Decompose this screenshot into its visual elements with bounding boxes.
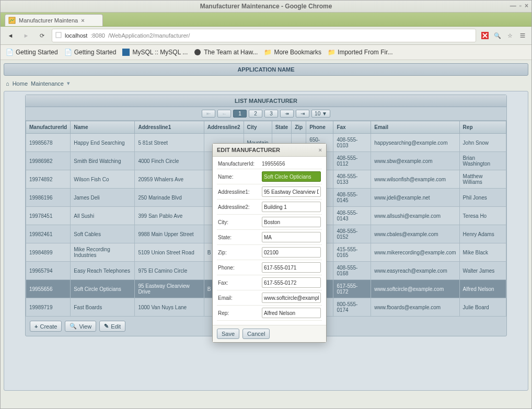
- table-cell: 19978451: [26, 207, 71, 225]
- edit-manufacturer-dialog: EDIT MANUFACTURER × ManufacturerId:19955…: [212, 143, 327, 343]
- doc-icon: 📄: [64, 49, 72, 56]
- adblock-icon[interactable]: [480, 31, 490, 40]
- bookmark-item[interactable]: 📁Imported From Fir...: [328, 49, 392, 56]
- table-cell: 20959 Whalers Ave: [135, 170, 204, 189]
- cancel-button[interactable]: Cancel: [242, 329, 270, 339]
- table-cell: Fast Boards: [71, 298, 135, 317]
- url-host: localhost: [65, 32, 87, 39]
- mysql-icon: [122, 49, 130, 56]
- bookmark-item[interactable]: The Team at Haw...: [194, 49, 258, 56]
- save-button[interactable]: Save: [217, 329, 239, 339]
- table-cell: 19965794: [26, 262, 71, 280]
- bookmark-item[interactable]: 📄Getting Started: [6, 49, 58, 56]
- address-bar[interactable]: localhost:8080/WebApplication2/manufactu…: [52, 29, 476, 42]
- label-rep: Rep:: [217, 306, 261, 321]
- label-a1: Addressline1:: [217, 184, 261, 200]
- table-cell: www.fboards@example.com: [371, 298, 459, 317]
- edit-button[interactable]: ✎Edit: [99, 321, 125, 332]
- rep-field[interactable]: [262, 308, 321, 318]
- pager: ⇤ ← 1 2 3 ↠ ⇥ 10 ▼: [26, 107, 506, 121]
- home-icon[interactable]: ⌂: [6, 80, 9, 87]
- fax-field[interactable]: [262, 277, 321, 288]
- table-cell: www.allsushi@example.com: [371, 207, 459, 225]
- bookmark-item[interactable]: MySQL :: MySQL ...: [122, 49, 188, 56]
- table-cell: Julie Board: [459, 298, 506, 317]
- table-cell: 415-555-0165: [333, 243, 371, 262]
- column-header[interactable]: City: [244, 121, 272, 134]
- breadcrumb-home[interactable]: Home: [13, 80, 28, 87]
- table-cell: Mike Recording Industries: [71, 243, 135, 262]
- value-id: 19955656: [261, 159, 322, 169]
- email-field[interactable]: [262, 293, 321, 303]
- table-cell: 408-555-0152: [333, 225, 371, 243]
- table-cell: 19989719: [26, 298, 71, 317]
- table-cell: Soft Cables: [71, 225, 135, 243]
- table-cell: Phil Jones: [459, 189, 506, 207]
- table-cell: Smith Bird Watching: [71, 152, 135, 170]
- folder-icon: 📁: [328, 49, 335, 56]
- chrome-menu-icon[interactable]: ≡: [518, 31, 527, 40]
- name-field[interactable]: [262, 171, 321, 182]
- column-header[interactable]: Addressline2: [204, 121, 244, 134]
- column-header[interactable]: Email: [371, 121, 459, 134]
- column-header[interactable]: Zip: [292, 121, 306, 134]
- maximize-icon[interactable]: ▫: [519, 2, 522, 9]
- phone-field[interactable]: [262, 262, 321, 273]
- addressline1-field[interactable]: [262, 186, 321, 197]
- column-header[interactable]: Fax: [333, 121, 371, 134]
- addressline2-field[interactable]: [262, 202, 321, 212]
- bookmark-item[interactable]: 📁More Bookmarks: [264, 49, 321, 56]
- table-cell: 408-555-0145: [333, 189, 371, 207]
- column-header[interactable]: ManufacturerId: [26, 121, 71, 134]
- label-name: Name:: [217, 169, 261, 184]
- pager-page-2[interactable]: 2: [249, 110, 262, 118]
- create-button[interactable]: +Create: [30, 321, 62, 332]
- dialog-close-icon[interactable]: ×: [319, 147, 322, 153]
- table-cell: 4000 Finch Circle: [135, 152, 204, 170]
- bookmarks-bar: 📄Getting Started 📄Getting Started MySQL …: [1, 45, 531, 60]
- page-icon: [8, 17, 16, 24]
- label-a2: Addressline2:: [217, 200, 261, 215]
- back-button[interactable]: ◄: [5, 30, 16, 41]
- pager-prev[interactable]: ←: [217, 110, 231, 118]
- reload-button[interactable]: ⟳: [36, 30, 48, 41]
- table-cell: 19984899: [26, 243, 71, 262]
- forward-button[interactable]: ►: [20, 30, 32, 41]
- tab-close-icon[interactable]: ×: [81, 17, 84, 24]
- browser-tabstrip: Manufacturer Maintena ×: [1, 13, 531, 27]
- svg-rect-3: [122, 49, 130, 56]
- zoom-icon[interactable]: 🔍: [493, 31, 502, 40]
- pager-page-3[interactable]: 3: [264, 110, 278, 118]
- table-cell: 19986196: [26, 189, 71, 207]
- bookmark-item[interactable]: 📄Getting Started: [64, 49, 117, 56]
- zip-field[interactable]: [262, 247, 321, 258]
- view-button[interactable]: 🔍View: [65, 321, 96, 332]
- column-header[interactable]: Rep: [459, 121, 506, 134]
- label-fax: Fax:: [217, 275, 261, 290]
- table-cell: 617-555-0172: [333, 280, 371, 298]
- label-state: State:: [217, 230, 261, 245]
- column-header[interactable]: State: [272, 121, 291, 134]
- state-field[interactable]: [262, 232, 321, 242]
- breadcrumb-maintenance[interactable]: Maintenance: [31, 80, 64, 87]
- bookmark-star-icon[interactable]: ☆: [505, 31, 515, 40]
- url-path: /WebApplication2/manufacturer/: [108, 32, 190, 39]
- column-header[interactable]: Name: [71, 121, 135, 134]
- table-cell: 19955656: [26, 280, 71, 298]
- pager-next[interactable]: ↠: [280, 110, 294, 118]
- label-email: Email:: [217, 290, 261, 306]
- close-window-icon[interactable]: ×: [525, 2, 528, 9]
- pager-last[interactable]: ⇥: [296, 110, 309, 118]
- table-cell: 19985678: [26, 134, 71, 152]
- column-header[interactable]: Addressline1: [135, 121, 204, 134]
- team-icon: [194, 49, 201, 56]
- city-field[interactable]: [262, 217, 321, 227]
- pager-size[interactable]: 10 ▼: [311, 110, 330, 118]
- table-cell: 399 San Pablo Ave: [135, 207, 204, 225]
- chevron-down-icon[interactable]: ▾: [67, 80, 70, 87]
- pager-page-1[interactable]: 1: [233, 110, 247, 118]
- minimize-icon[interactable]: —: [510, 2, 516, 9]
- browser-tab[interactable]: Manufacturer Maintena ×: [5, 14, 103, 26]
- column-header[interactable]: Phone: [306, 121, 333, 134]
- pager-first[interactable]: ⇤: [202, 110, 215, 118]
